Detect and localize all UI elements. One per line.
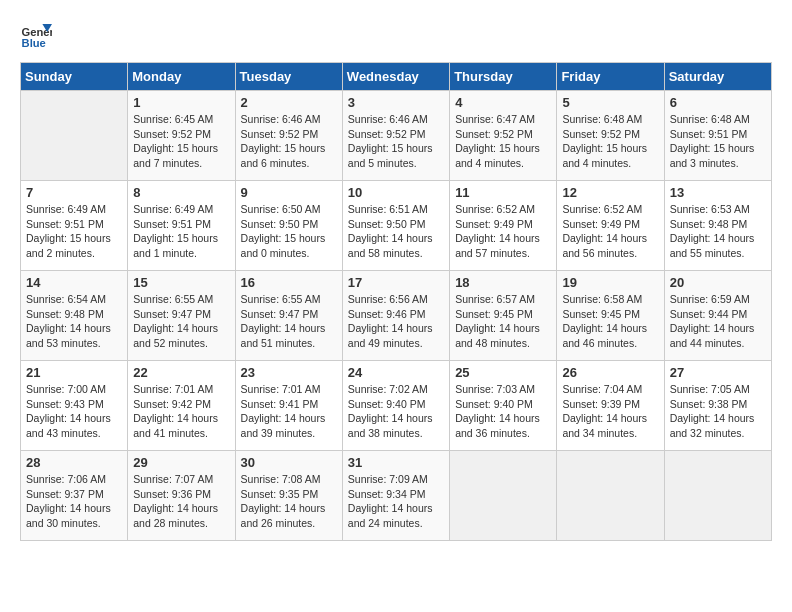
week-row-1: 1Sunrise: 6:45 AM Sunset: 9:52 PM Daylig… (21, 91, 772, 181)
calendar-table: SundayMondayTuesdayWednesdayThursdayFrid… (20, 62, 772, 541)
day-info: Sunrise: 7:05 AM Sunset: 9:38 PM Dayligh… (670, 382, 766, 441)
day-number: 14 (26, 275, 122, 290)
day-info: Sunrise: 7:00 AM Sunset: 9:43 PM Dayligh… (26, 382, 122, 441)
day-number: 15 (133, 275, 229, 290)
logo-icon: General Blue (20, 20, 52, 52)
week-row-4: 21Sunrise: 7:00 AM Sunset: 9:43 PM Dayli… (21, 361, 772, 451)
day-info: Sunrise: 6:48 AM Sunset: 9:51 PM Dayligh… (670, 112, 766, 171)
calendar-cell (664, 451, 771, 541)
calendar-cell: 17Sunrise: 6:56 AM Sunset: 9:46 PM Dayli… (342, 271, 449, 361)
day-number: 16 (241, 275, 337, 290)
day-info: Sunrise: 7:08 AM Sunset: 9:35 PM Dayligh… (241, 472, 337, 531)
day-number: 19 (562, 275, 658, 290)
day-number: 11 (455, 185, 551, 200)
calendar-cell: 12Sunrise: 6:52 AM Sunset: 9:49 PM Dayli… (557, 181, 664, 271)
calendar-cell (21, 91, 128, 181)
calendar-cell: 16Sunrise: 6:55 AM Sunset: 9:47 PM Dayli… (235, 271, 342, 361)
day-info: Sunrise: 7:01 AM Sunset: 9:42 PM Dayligh… (133, 382, 229, 441)
day-number: 12 (562, 185, 658, 200)
calendar-cell: 21Sunrise: 7:00 AM Sunset: 9:43 PM Dayli… (21, 361, 128, 451)
day-number: 7 (26, 185, 122, 200)
day-info: Sunrise: 7:03 AM Sunset: 9:40 PM Dayligh… (455, 382, 551, 441)
day-info: Sunrise: 6:56 AM Sunset: 9:46 PM Dayligh… (348, 292, 444, 351)
day-header-thursday: Thursday (450, 63, 557, 91)
day-info: Sunrise: 7:06 AM Sunset: 9:37 PM Dayligh… (26, 472, 122, 531)
day-header-tuesday: Tuesday (235, 63, 342, 91)
day-number: 29 (133, 455, 229, 470)
calendar-cell: 26Sunrise: 7:04 AM Sunset: 9:39 PM Dayli… (557, 361, 664, 451)
day-number: 21 (26, 365, 122, 380)
day-info: Sunrise: 6:48 AM Sunset: 9:52 PM Dayligh… (562, 112, 658, 171)
day-number: 8 (133, 185, 229, 200)
logo: General Blue (20, 20, 56, 52)
calendar-cell: 15Sunrise: 6:55 AM Sunset: 9:47 PM Dayli… (128, 271, 235, 361)
calendar-body: 1Sunrise: 6:45 AM Sunset: 9:52 PM Daylig… (21, 91, 772, 541)
day-number: 18 (455, 275, 551, 290)
calendar-cell: 24Sunrise: 7:02 AM Sunset: 9:40 PM Dayli… (342, 361, 449, 451)
day-number: 10 (348, 185, 444, 200)
calendar-cell: 29Sunrise: 7:07 AM Sunset: 9:36 PM Dayli… (128, 451, 235, 541)
day-info: Sunrise: 6:59 AM Sunset: 9:44 PM Dayligh… (670, 292, 766, 351)
day-number: 20 (670, 275, 766, 290)
day-info: Sunrise: 6:54 AM Sunset: 9:48 PM Dayligh… (26, 292, 122, 351)
calendar-cell: 5Sunrise: 6:48 AM Sunset: 9:52 PM Daylig… (557, 91, 664, 181)
day-info: Sunrise: 6:47 AM Sunset: 9:52 PM Dayligh… (455, 112, 551, 171)
calendar-cell: 7Sunrise: 6:49 AM Sunset: 9:51 PM Daylig… (21, 181, 128, 271)
day-info: Sunrise: 7:02 AM Sunset: 9:40 PM Dayligh… (348, 382, 444, 441)
calendar-cell: 6Sunrise: 6:48 AM Sunset: 9:51 PM Daylig… (664, 91, 771, 181)
day-info: Sunrise: 6:53 AM Sunset: 9:48 PM Dayligh… (670, 202, 766, 261)
day-number: 23 (241, 365, 337, 380)
calendar-cell: 1Sunrise: 6:45 AM Sunset: 9:52 PM Daylig… (128, 91, 235, 181)
day-header-wednesday: Wednesday (342, 63, 449, 91)
week-row-5: 28Sunrise: 7:06 AM Sunset: 9:37 PM Dayli… (21, 451, 772, 541)
day-info: Sunrise: 6:49 AM Sunset: 9:51 PM Dayligh… (26, 202, 122, 261)
calendar-cell: 11Sunrise: 6:52 AM Sunset: 9:49 PM Dayli… (450, 181, 557, 271)
calendar-cell: 22Sunrise: 7:01 AM Sunset: 9:42 PM Dayli… (128, 361, 235, 451)
calendar-cell: 9Sunrise: 6:50 AM Sunset: 9:50 PM Daylig… (235, 181, 342, 271)
week-row-2: 7Sunrise: 6:49 AM Sunset: 9:51 PM Daylig… (21, 181, 772, 271)
calendar-cell (557, 451, 664, 541)
day-info: Sunrise: 7:07 AM Sunset: 9:36 PM Dayligh… (133, 472, 229, 531)
calendar-cell: 3Sunrise: 6:46 AM Sunset: 9:52 PM Daylig… (342, 91, 449, 181)
day-number: 17 (348, 275, 444, 290)
day-number: 24 (348, 365, 444, 380)
day-info: Sunrise: 7:01 AM Sunset: 9:41 PM Dayligh… (241, 382, 337, 441)
day-number: 3 (348, 95, 444, 110)
calendar-cell: 18Sunrise: 6:57 AM Sunset: 9:45 PM Dayli… (450, 271, 557, 361)
day-header-friday: Friday (557, 63, 664, 91)
day-header-monday: Monday (128, 63, 235, 91)
day-info: Sunrise: 6:49 AM Sunset: 9:51 PM Dayligh… (133, 202, 229, 261)
calendar-cell: 8Sunrise: 6:49 AM Sunset: 9:51 PM Daylig… (128, 181, 235, 271)
day-info: Sunrise: 7:04 AM Sunset: 9:39 PM Dayligh… (562, 382, 658, 441)
svg-text:Blue: Blue (22, 37, 46, 49)
calendar-cell: 14Sunrise: 6:54 AM Sunset: 9:48 PM Dayli… (21, 271, 128, 361)
calendar-cell: 4Sunrise: 6:47 AM Sunset: 9:52 PM Daylig… (450, 91, 557, 181)
calendar-cell: 2Sunrise: 6:46 AM Sunset: 9:52 PM Daylig… (235, 91, 342, 181)
day-number: 27 (670, 365, 766, 380)
day-info: Sunrise: 6:45 AM Sunset: 9:52 PM Dayligh… (133, 112, 229, 171)
day-number: 28 (26, 455, 122, 470)
day-number: 2 (241, 95, 337, 110)
day-info: Sunrise: 6:52 AM Sunset: 9:49 PM Dayligh… (455, 202, 551, 261)
day-number: 25 (455, 365, 551, 380)
calendar-cell: 31Sunrise: 7:09 AM Sunset: 9:34 PM Dayli… (342, 451, 449, 541)
calendar-cell: 23Sunrise: 7:01 AM Sunset: 9:41 PM Dayli… (235, 361, 342, 451)
day-number: 31 (348, 455, 444, 470)
day-info: Sunrise: 6:55 AM Sunset: 9:47 PM Dayligh… (133, 292, 229, 351)
calendar-cell: 28Sunrise: 7:06 AM Sunset: 9:37 PM Dayli… (21, 451, 128, 541)
day-number: 9 (241, 185, 337, 200)
day-info: Sunrise: 6:55 AM Sunset: 9:47 PM Dayligh… (241, 292, 337, 351)
day-number: 5 (562, 95, 658, 110)
page-header: General Blue (20, 20, 772, 52)
calendar-cell: 13Sunrise: 6:53 AM Sunset: 9:48 PM Dayli… (664, 181, 771, 271)
day-number: 30 (241, 455, 337, 470)
day-header-sunday: Sunday (21, 63, 128, 91)
day-info: Sunrise: 6:52 AM Sunset: 9:49 PM Dayligh… (562, 202, 658, 261)
day-info: Sunrise: 6:50 AM Sunset: 9:50 PM Dayligh… (241, 202, 337, 261)
week-row-3: 14Sunrise: 6:54 AM Sunset: 9:48 PM Dayli… (21, 271, 772, 361)
day-number: 13 (670, 185, 766, 200)
calendar-cell: 25Sunrise: 7:03 AM Sunset: 9:40 PM Dayli… (450, 361, 557, 451)
calendar-cell: 30Sunrise: 7:08 AM Sunset: 9:35 PM Dayli… (235, 451, 342, 541)
day-number: 4 (455, 95, 551, 110)
calendar-cell (450, 451, 557, 541)
